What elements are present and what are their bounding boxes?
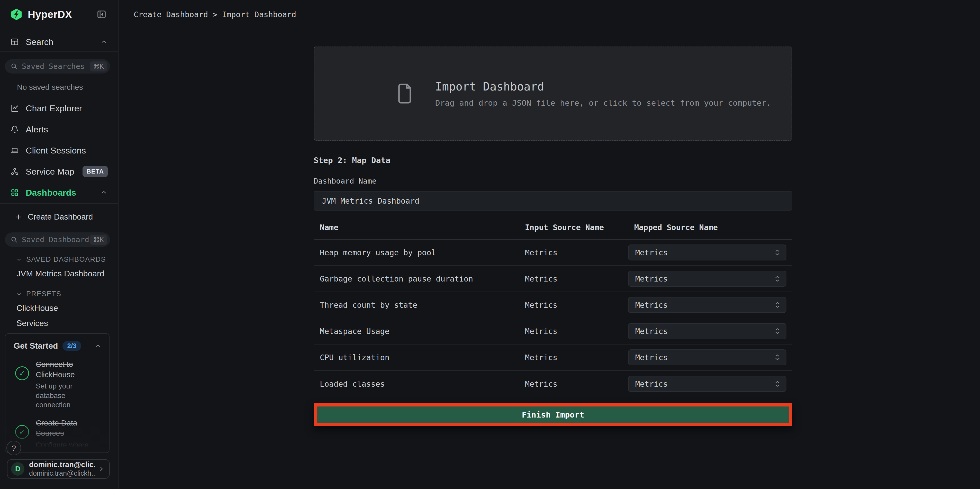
preset-item-clickhouse[interactable]: ClickHouse <box>0 301 118 316</box>
breadcrumb-import-dashboard: Import Dashboard <box>222 10 296 19</box>
sidebar-item-alerts[interactable]: Alerts <box>0 119 118 140</box>
table-body: Heap memory usage by pool Metrics Metric… <box>313 240 792 397</box>
step-label: Step 2: Map Data <box>313 156 792 165</box>
chevron-up-icon <box>100 38 108 46</box>
selected-value: Metrics <box>635 301 775 309</box>
get-started-header[interactable]: Get Started 2/3 <box>5 334 109 352</box>
user-email: dominic.tran@clickh... <box>29 470 96 478</box>
mapped-source-select[interactable]: Metrics <box>628 323 786 339</box>
mapping-table: Name Input Source Name Mapped Source Nam… <box>313 212 792 397</box>
column-header-input-source: Input Source Name <box>519 223 628 232</box>
search-group-header[interactable]: Search <box>0 32 118 51</box>
app-title: HyperDX <box>28 9 94 20</box>
breadcrumb: Create Dashboard > Import Dashboard <box>134 10 296 19</box>
dropzone-title: Import Dashboard <box>435 80 771 93</box>
sidebar-collapse-icon[interactable] <box>94 7 109 22</box>
user-menu[interactable]: D dominic.tran@clic... dominic.tran@clic… <box>7 459 110 479</box>
sidebar-item-label: Chart Explorer <box>26 104 108 113</box>
sidebar-item-chart-explorer[interactable]: Chart Explorer <box>0 98 118 119</box>
sidebar-item-label: Dashboards <box>26 188 100 198</box>
select-chevrons-icon <box>775 354 780 360</box>
preset-item-services[interactable]: Services <box>0 316 118 331</box>
chart-name: Garbage collection pause duration <box>313 274 519 284</box>
input-source-name: Metrics <box>519 274 628 284</box>
shortcut-badge: ⌘K <box>90 235 107 245</box>
task-title: Create Data Sources <box>36 418 101 438</box>
group-label: SAVED DASHBOARDS <box>26 256 106 263</box>
mapped-source-select[interactable]: Metrics <box>628 297 786 313</box>
help-button[interactable]: ? <box>6 441 21 455</box>
laptop-icon <box>10 146 19 155</box>
breadcrumb-separator: > <box>213 10 222 19</box>
dashboard-item-jvm-metrics[interactable]: JVM Metrics Dashboard <box>0 266 118 281</box>
search-icon <box>11 63 18 70</box>
chevron-up-icon <box>100 189 108 196</box>
table-row: Metaspace Usage Metrics Metrics <box>313 318 792 344</box>
table-header-row: Name Input Source Name Mapped Source Nam… <box>313 212 792 240</box>
file-icon <box>396 83 413 105</box>
select-chevrons-icon <box>775 328 780 334</box>
chevron-down-icon <box>16 291 22 297</box>
presets-group-header[interactable]: PRESETS <box>0 281 118 301</box>
beta-badge: BETA <box>83 166 108 177</box>
table-row: CPU utilization Metrics Metrics <box>313 344 792 371</box>
plus-icon <box>15 213 22 221</box>
mapped-source-select[interactable]: Metrics <box>628 271 786 287</box>
mapped-source-select[interactable]: Metrics <box>628 244 786 260</box>
dropzone-subtitle: Drag and drop a JSON file here, or click… <box>435 98 771 107</box>
shortcut-badge: ⌘K <box>90 61 107 72</box>
finish-import-button[interactable]: Finish Import <box>317 406 789 423</box>
content: Import Dashboard Drag and drop a JSON fi… <box>119 29 980 489</box>
logo-row: HyperDX <box>0 0 118 29</box>
chart-name: Heap memory usage by pool <box>313 248 519 257</box>
select-chevrons-icon <box>775 249 780 256</box>
mapped-source-select[interactable]: Metrics <box>628 349 786 365</box>
select-chevrons-icon <box>775 381 780 387</box>
breadcrumb-create-dashboard[interactable]: Create Dashboard <box>134 10 208 19</box>
select-chevrons-icon <box>775 302 780 308</box>
dashboards-panel: Create Dashboard Saved Dashboards ⌘K SAV… <box>0 204 118 346</box>
sidebar-item-client-sessions[interactable]: Client Sessions <box>0 140 118 161</box>
selected-value: Metrics <box>635 327 775 336</box>
get-started-card: Get Started 2/3 ✓ Connect to ClickHouse … <box>5 333 110 453</box>
dashboard-name-label: Dashboard Name <box>313 177 792 185</box>
saved-dashboards-group-header[interactable]: SAVED DASHBOARDS <box>0 247 118 266</box>
get-started-item-connect[interactable]: ✓ Connect to ClickHouse Set up your data… <box>5 352 109 411</box>
saved-dashboards-input[interactable]: Saved Dashboards ⌘K <box>5 233 110 247</box>
chevron-down-icon <box>16 256 22 263</box>
input-source-name: Metrics <box>519 353 628 362</box>
saved-searches-placeholder: Saved Searches <box>22 62 90 71</box>
selected-value: Metrics <box>635 274 775 284</box>
sidebar-item-dashboards[interactable]: Dashboards <box>0 182 118 203</box>
chart-name: Thread count by state <box>313 301 519 309</box>
task-title: Connect to ClickHouse <box>36 359 101 379</box>
chart-name: Loaded classes <box>313 379 519 389</box>
table-row: Thread count by state Metrics Metrics <box>313 292 792 318</box>
select-chevrons-icon <box>775 276 780 282</box>
chart-name: Metaspace Usage <box>313 327 519 336</box>
column-header-name: Name <box>313 223 519 232</box>
create-dashboard-label: Create Dashboard <box>28 212 93 221</box>
saved-dashboards-placeholder: Saved Dashboards <box>22 235 90 244</box>
mapped-source-select[interactable]: Metrics <box>628 376 786 392</box>
chart-explorer-icon <box>10 104 19 113</box>
dashboard-name-input[interactable]: JVM Metrics Dashboard <box>313 191 792 210</box>
task-subtitle: Configure where your data comes from <box>36 440 101 453</box>
chart-name: CPU utilization <box>313 353 519 362</box>
saved-searches-input[interactable]: Saved Searches ⌘K <box>5 59 110 73</box>
selected-value: Metrics <box>635 379 775 389</box>
column-header-mapped-source: Mapped Source Name <box>628 223 792 232</box>
table-row: Loaded classes Metrics Metrics <box>313 371 792 397</box>
import-dropzone[interactable]: Import Dashboard Drag and drop a JSON fi… <box>313 46 792 141</box>
topbar: Create Dashboard > Import Dashboard <box>119 0 980 29</box>
sidebar-item-service-map[interactable]: Service Map BETA <box>0 161 118 182</box>
get-started-title: Get Started <box>14 341 58 351</box>
main-area: Create Dashboard > Import Dashboard Impo… <box>119 0 980 489</box>
search-section-icon <box>10 38 19 46</box>
create-dashboard-button[interactable]: Create Dashboard <box>0 209 118 225</box>
task-subtitle: Set up your database connection <box>36 382 101 409</box>
input-source-name: Metrics <box>519 248 628 257</box>
table-row: Garbage collection pause duration Metric… <box>313 266 792 292</box>
search-icon <box>11 236 18 243</box>
sidebar: HyperDX Search Saved Searches ⌘K No save… <box>0 0 119 489</box>
